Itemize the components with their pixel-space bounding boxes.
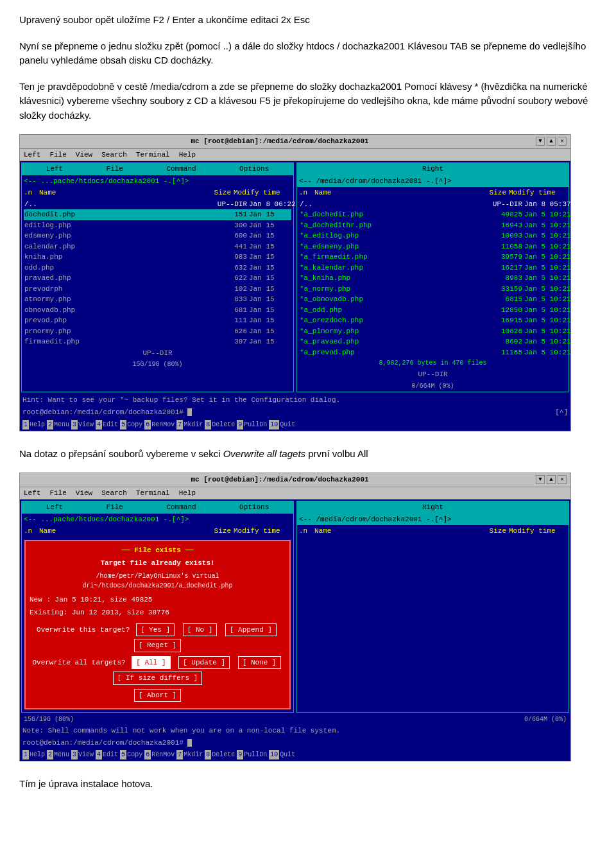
file-row[interactable]: kniha.php983 Jan 15 <box>24 252 291 263</box>
fkey-4[interactable]: 4Edit <box>96 420 119 430</box>
menu-terminal[interactable]: Terminal <box>136 150 170 161</box>
term2-prompt-text: root@debian:/media/cdrom/dochazka2001# <box>22 739 184 747</box>
term2-title: mc [root@debian]:/media/cdrom/dochazka20… <box>24 474 536 485</box>
file-row[interactable]: *a_editlog.php10093Jan 5 10:21 <box>299 230 567 241</box>
para1-text: Upravený soubor opět uložíme F2 / Enter … <box>19 13 597 28</box>
intro-para1: Upravený soubor opět uložíme F2 / Enter … <box>19 13 597 28</box>
left-header-file: File <box>107 164 123 175</box>
file-row[interactable]: atnormy.php833 Jan 15 <box>24 294 291 305</box>
file-row[interactable]: *a_firmaedit.php39579Jan 5 10:21 <box>299 252 567 263</box>
fkey2-4[interactable]: 4Edit <box>96 750 119 759</box>
fkey2-2[interactable]: 2Menu <box>47 750 70 759</box>
fkey2-7[interactable]: 7Mkdir <box>176 750 203 759</box>
fkey-3[interactable]: 3View <box>71 420 94 430</box>
file-row[interactable]: pravaed.php622 Jan 15 <box>24 273 291 284</box>
file-row[interactable]: *a_orezdoch.php16915Jan 5 10:21 <box>299 315 567 326</box>
fkey-5[interactable]: 5Copy <box>120 420 143 430</box>
fkey2-6[interactable]: 6RenMov <box>144 750 175 759</box>
menu2-left[interactable]: Left <box>24 488 40 499</box>
file-row[interactable]: *a_odd.php12850Jan 5 10:21 <box>299 305 567 316</box>
menu2-search[interactable]: Search <box>101 488 127 499</box>
fkey-9[interactable]: 9PullDn <box>237 420 268 430</box>
file-row[interactable]: *a_kalendar.php16217Jan 5 10:21 <box>299 263 567 273</box>
term1-maximize-btn[interactable]: ▲ <box>547 137 556 146</box>
file-row[interactable]: editlog.php300 Jan 15 <box>24 220 291 231</box>
term1-right-files: /.. UP--DIRJan 8 05:37 *a_dochedit.php49… <box>297 199 569 358</box>
dialog-abort-row: [ Abort ] <box>30 689 286 702</box>
term1-title: mc [root@debian]:/media/cdrom/dochazka20… <box>24 136 536 147</box>
fkey-2[interactable]: 2Menu <box>47 420 70 430</box>
menu2-terminal[interactable]: Terminal <box>136 488 170 499</box>
btn-abort[interactable]: [ Abort ] <box>134 689 181 702</box>
menu-left[interactable]: Left <box>24 150 40 161</box>
btn-no[interactable]: [ No ] <box>183 623 218 637</box>
file-row[interactable]: *a_prevod.php11165Jan 5 10:21 <box>299 347 567 358</box>
file-row[interactable]: odd.php632 Jan 15 <box>24 263 291 273</box>
menu-help[interactable]: Help <box>179 150 196 161</box>
term1-right-nav: <-- /media/cdrom/dochazka2001 -.[^]> <box>297 175 569 187</box>
file-row[interactable]: *a_normy.php33159Jan 5 10:21 <box>299 284 567 295</box>
btn-all[interactable]: [ All ] <box>132 656 170 670</box>
file-row[interactable]: prevodrph102 Jan 15 <box>24 284 291 295</box>
term1-left-nav: <-- ...pache/htdocs/dochazka2001 -.[^]> <box>22 175 293 187</box>
dialog-overwrite-all-row: Overwrite all targets? [ All ] [ Update … <box>30 656 286 670</box>
file-row[interactable]: dochedit.php151 Jan 15 <box>24 209 291 220</box>
menu2-help[interactable]: Help <box>179 488 196 499</box>
intro-para3: Ten je pravděpodobně v cestě /media/cdro… <box>19 80 597 123</box>
file-row[interactable]: *a_edsmeny.php11058Jan 5 10:21 <box>299 241 567 252</box>
fkey2-3[interactable]: 3View <box>71 750 94 759</box>
menu-file[interactable]: File <box>49 150 66 161</box>
file-row[interactable]: firmaedit.php397 Jan 15 <box>24 336 291 347</box>
file-row[interactable]: calendar.php441 Jan 15 <box>24 241 291 252</box>
term2-left-header: Left File Command Options <box>22 501 293 514</box>
file-row[interactable]: *a_pravaed.php8602Jan 5 10:21 <box>299 336 567 347</box>
menu-search[interactable]: Search <box>101 150 127 161</box>
footer-text: Tím je úprava instalace hotova. <box>19 777 597 792</box>
middle-italic: Overwrite all tagets <box>223 448 305 459</box>
menu2-view[interactable]: View <box>76 488 92 499</box>
term2-close-btn[interactable]: ✕ <box>558 475 567 484</box>
file-row[interactable]: *a_dochedit.php49825Jan 5 10:21 <box>299 209 567 220</box>
file-row[interactable]: *a_obnovadb.php6815Jan 5 10:21 <box>299 294 567 305</box>
btn-none[interactable]: [ None ] <box>238 656 281 670</box>
file-row[interactable]: obnovadb.php681 Jan 15 <box>24 305 291 316</box>
btn-yes[interactable]: [ Yes ] <box>136 623 175 637</box>
file-row[interactable]: *a_dochedithr.php16943Jan 5 10:21 <box>299 220 567 231</box>
btn-reget[interactable]: [ Reget ] <box>134 639 181 652</box>
btn-append[interactable]: [ Append ] <box>225 623 277 637</box>
dialog-reget-row: [ Reget ] <box>30 639 286 652</box>
term1-close-btn[interactable]: ✕ <box>558 137 567 146</box>
file-row[interactable]: *a_plnormy.php10626Jan 5 10:21 <box>299 326 567 337</box>
dialog-overwrite-row1: Overwrite this target? [ Yes ] [ No ] [ … <box>30 623 286 637</box>
menu-view[interactable]: View <box>76 150 92 161</box>
menu2-file[interactable]: File <box>49 488 66 499</box>
fkey-7[interactable]: 7Mkdir <box>176 420 203 430</box>
fkey2-10[interactable]: 10Quit <box>269 750 296 759</box>
file-row[interactable]: edsmeny.php600 Jan 15 <box>24 230 291 241</box>
term1-minimize-btn[interactable]: ▼ <box>536 137 545 146</box>
file-row[interactable]: prevod.php111 Jan 15 <box>24 315 291 326</box>
term1-hint: Hint: Want to see your *~ backup files? … <box>20 394 570 407</box>
fkey2-1[interactable]: 1Help <box>22 750 46 759</box>
fkey-10[interactable]: 10Quit <box>269 420 296 430</box>
term2-right-empty <box>297 537 569 653</box>
term1-right-cols: .n Name Size Modify time <box>297 187 569 199</box>
fkey-1[interactable]: 1Help <box>22 420 46 430</box>
btn-update[interactable]: [ Update ] <box>178 656 230 670</box>
fkey-6[interactable]: 6RenMov <box>144 420 175 430</box>
term1-btns: ▼ ▲ ✕ <box>536 137 567 146</box>
term2-minimize-btn[interactable]: ▼ <box>536 475 545 484</box>
fkey-8[interactable]: 8Delete <box>205 420 235 430</box>
file-row[interactable]: prnormy.php626 Jan 15 <box>24 326 291 337</box>
btn-ifsizediffers[interactable]: [ If size differs ] <box>113 672 202 685</box>
dialog-subtitle: Target file already exists! <box>30 558 286 569</box>
fkey2-8[interactable]: 8Delete <box>205 750 235 759</box>
middle-text: Na dotaz o přepsání souborů vybereme v s… <box>19 447 597 462</box>
fkey2-5[interactable]: 5Copy <box>120 750 143 759</box>
intro-para2: Nyní se přepneme o jednu složku zpět (po… <box>19 39 597 68</box>
term2-maximize-btn[interactable]: ▲ <box>547 475 556 484</box>
dialog-path: /home/petr/PlayOnLinux's virtual dri~/ht… <box>30 571 286 591</box>
fkey2-9[interactable]: 9PullDn <box>237 750 268 759</box>
term2-left-nav: <-- ...pache/htdocs/dochazka2001 -.[^]> <box>22 514 293 526</box>
file-row[interactable]: *a_kniha.php8983Jan 5 10:21 <box>299 273 567 284</box>
